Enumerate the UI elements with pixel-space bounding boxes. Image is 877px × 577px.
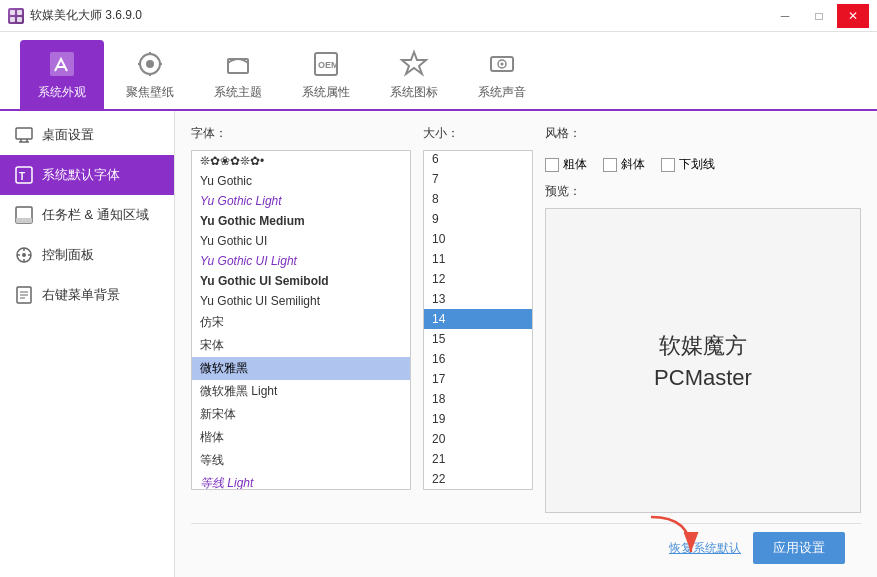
contextmenu-icon <box>14 285 34 305</box>
close-button[interactable]: ✕ <box>837 4 869 28</box>
size-list-item[interactable]: 11 <box>424 249 532 269</box>
toolbar-item-properties[interactable]: OEM 系统属性 <box>284 40 368 109</box>
size-list-item[interactable]: 10 <box>424 229 532 249</box>
taskbar-icon <box>14 205 34 225</box>
svg-point-18 <box>501 63 504 66</box>
toolbar: 系统外观 聚焦壁纸 系统主题 OEM <box>0 32 877 111</box>
size-list-item[interactable]: 21 <box>424 449 532 469</box>
size-list-item[interactable]: 6 <box>424 151 532 169</box>
font-icon: T <box>14 165 34 185</box>
maximize-button[interactable]: □ <box>803 4 835 28</box>
sidebar-item-controlpanel[interactable]: 控制面板 <box>0 235 174 275</box>
font-list-item[interactable]: Yu Gothic <box>192 171 410 191</box>
toolbar-label-wallpaper: 聚焦壁纸 <box>126 84 174 101</box>
toolbar-item-appearance[interactable]: 系统外观 <box>20 40 104 109</box>
font-list-item[interactable]: Yu Gothic UI <box>192 231 410 251</box>
content-area: 字体： ❊✿❀✿❊✿•Yu GothicYu Gothic LightYu Go… <box>175 111 877 577</box>
size-list-item[interactable]: 9 <box>424 209 532 229</box>
font-list-item[interactable]: 等线 <box>192 449 410 472</box>
italic-label: 斜体 <box>621 156 645 173</box>
italic-checkbox-box[interactable] <box>603 158 617 172</box>
size-list-item[interactable]: 16 <box>424 349 532 369</box>
font-list-item[interactable]: Yu Gothic UI Semibold <box>192 271 410 291</box>
toolbar-item-wallpaper[interactable]: 聚焦壁纸 <box>108 40 192 109</box>
svg-rect-1 <box>17 10 22 15</box>
size-list-item[interactable]: 20 <box>424 429 532 449</box>
svg-point-7 <box>146 60 154 68</box>
font-list-item[interactable]: Yu Gothic Light <box>192 191 410 211</box>
font-list-item[interactable]: 仿宋 <box>192 311 410 334</box>
bold-label: 粗体 <box>563 156 587 173</box>
font-list-item[interactable]: 宋体 <box>192 334 410 357</box>
preview-section: 预览： 软媒魔方 PCMaster <box>545 183 861 513</box>
bold-checkbox-box[interactable] <box>545 158 559 172</box>
size-list-item[interactable]: 13 <box>424 289 532 309</box>
arrow-icon <box>641 512 701 562</box>
size-list-item[interactable]: 8 <box>424 189 532 209</box>
toolbar-label-properties: 系统属性 <box>302 84 350 101</box>
title-bar: 软媒美化大师 3.6.9.0 ─ □ ✕ <box>0 0 877 32</box>
font-list[interactable]: ❊✿❀✿❊✿•Yu GothicYu Gothic LightYu Gothic… <box>192 151 410 489</box>
svg-marker-15 <box>402 52 426 74</box>
svg-rect-19 <box>16 128 32 139</box>
size-list-container: 678910111213141516171819202122 <box>423 150 533 490</box>
preview-line2: PCMaster <box>654 365 752 391</box>
toolbar-item-sound[interactable]: 系统声音 <box>460 40 544 109</box>
sidebar-item-contextmenu[interactable]: 右键菜单背景 <box>0 275 174 315</box>
right-panel: 风格： 粗体 斜体 下划线 <box>545 125 861 513</box>
size-list-item[interactable]: 22 <box>424 469 532 489</box>
size-list-item[interactable]: 15 <box>424 329 532 349</box>
toolbar-label-sound: 系统声音 <box>478 84 526 101</box>
sidebar-item-desktop[interactable]: 桌面设置 <box>0 115 174 155</box>
font-label: 字体： <box>191 125 411 142</box>
icons-icon <box>398 48 430 80</box>
theme-icon <box>222 48 254 80</box>
main-layout: 桌面设置 T 系统默认字体 任务栏 & 通知区域 <box>0 111 877 577</box>
svg-rect-0 <box>10 10 15 15</box>
font-list-item[interactable]: Yu Gothic UI Semilight <box>192 291 410 311</box>
toolbar-label-icons: 系统图标 <box>390 84 438 101</box>
preview-line1: 软媒魔方 <box>659 331 747 361</box>
preview-label: 预览： <box>545 183 861 200</box>
sidebar-label-desktop: 桌面设置 <box>42 126 94 144</box>
font-list-container: ❊✿❀✿❊✿•Yu GothicYu Gothic LightYu Gothic… <box>191 150 411 490</box>
size-list-item[interactable]: 19 <box>424 409 532 429</box>
size-list-item[interactable]: 7 <box>424 169 532 189</box>
apply-button[interactable]: 应用设置 <box>753 532 845 564</box>
desktop-icon <box>14 125 34 145</box>
svg-rect-4 <box>50 52 74 76</box>
font-list-item[interactable]: 新宋体 <box>192 403 410 426</box>
underline-checkbox-box[interactable] <box>661 158 675 172</box>
sound-icon <box>486 48 518 80</box>
font-list-item[interactable]: Yu Gothic Medium <box>192 211 410 231</box>
size-list-item[interactable]: 12 <box>424 269 532 289</box>
size-list-item[interactable]: 18 <box>424 389 532 409</box>
toolbar-label-appearance: 系统外观 <box>38 84 86 101</box>
sidebar-item-taskbar[interactable]: 任务栏 & 通知区域 <box>0 195 174 235</box>
italic-checkbox[interactable]: 斜体 <box>603 156 645 173</box>
underline-checkbox[interactable]: 下划线 <box>661 156 715 173</box>
font-list-item[interactable]: ❊✿❀✿❊✿• <box>192 151 410 171</box>
size-list[interactable]: 678910111213141516171819202122 <box>424 151 532 489</box>
wallpaper-icon <box>134 48 166 80</box>
size-list-item[interactable]: 14 <box>424 309 532 329</box>
font-list-item[interactable]: 楷体 <box>192 426 410 449</box>
font-list-item[interactable]: 等线 Light <box>192 472 410 489</box>
toolbar-item-theme[interactable]: 系统主题 <box>196 40 280 109</box>
style-panel: 风格： 粗体 斜体 下划线 <box>545 125 861 173</box>
svg-text:OEM: OEM <box>318 60 339 70</box>
app-title: 软媒美化大师 3.6.9.0 <box>30 7 142 24</box>
font-list-item[interactable]: 微软雅黑 <box>192 357 410 380</box>
underline-label: 下划线 <box>679 156 715 173</box>
sidebar-item-font[interactable]: T 系统默认字体 <box>0 155 174 195</box>
size-list-item[interactable]: 17 <box>424 369 532 389</box>
svg-rect-2 <box>10 17 15 22</box>
font-list-item[interactable]: Yu Gothic UI Light <box>192 251 410 271</box>
toolbar-item-icons[interactable]: 系统图标 <box>372 40 456 109</box>
sidebar-label-contextmenu: 右键菜单背景 <box>42 286 120 304</box>
minimize-button[interactable]: ─ <box>769 4 801 28</box>
bottom-bar: 恢复系统默认 应用设置 <box>191 523 861 572</box>
font-list-item[interactable]: 微软雅黑 Light <box>192 380 410 403</box>
bold-checkbox[interactable]: 粗体 <box>545 156 587 173</box>
preview-box: 软媒魔方 PCMaster <box>545 208 861 513</box>
